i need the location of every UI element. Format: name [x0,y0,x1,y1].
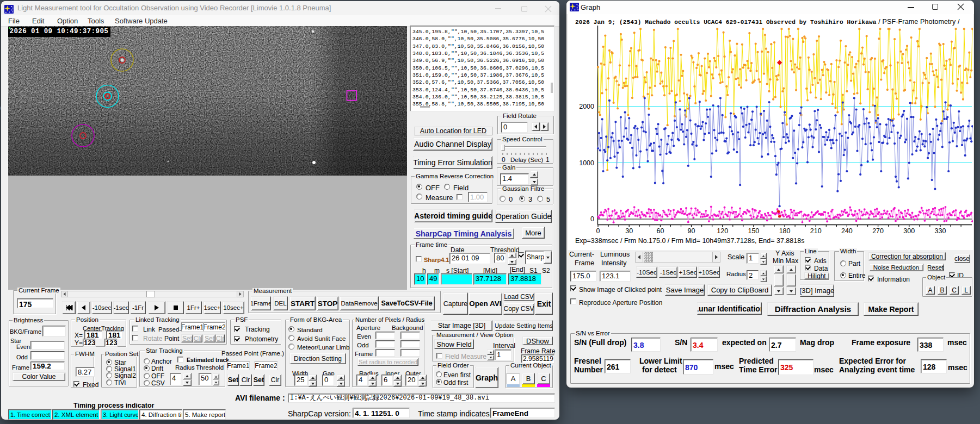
svg-text:90: 90 [688,227,695,235]
svg-text:120: 120 [717,227,728,235]
svg-text:210: 210 [810,227,822,235]
svg-text:330: 330 [935,227,946,235]
svg-text:300: 300 [903,227,915,235]
svg-text:2026 Jan 9; (2543) Machado occ: 2026 Jan 9; (2543) Machado occults UCAC4… [575,18,960,26]
svg-text:Exp=338msec / Frm No.175.0 / F: Exp=338msec / Frm No.175.0 / Frm Mid= 10… [575,237,804,245]
svg-text:270: 270 [872,227,884,235]
svg-text:2000: 2000 [579,103,594,110]
svg-text:0: 0 [596,227,600,235]
svg-text:0: 0 [590,215,594,223]
svg-text:60: 60 [656,227,664,235]
svg-text:30: 30 [625,227,633,235]
svg-text:1000: 1000 [579,159,594,167]
svg-text:180: 180 [779,227,791,235]
svg-text:150: 150 [748,227,759,235]
svg-text:240: 240 [841,227,853,235]
